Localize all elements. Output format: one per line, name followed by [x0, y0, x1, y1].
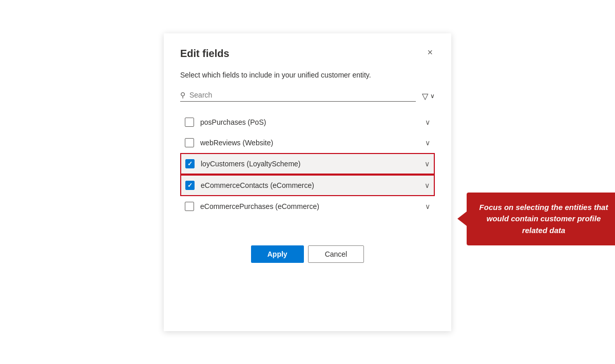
callout-arrow [457, 212, 467, 226]
search-row: ⚲ ▽ ∨ [180, 91, 435, 102]
entity-row[interactable]: webReviews (Website)∨ [180, 132, 435, 153]
search-input-wrapper: ⚲ [180, 91, 416, 102]
dialog-footer: Apply Cancel [180, 237, 435, 263]
entity-row[interactable]: eCommerceContacts (eCommerce)∨ [180, 175, 435, 196]
entity-list: posPurchases (PoS)∨webReviews (Website)∨… [180, 112, 435, 217]
expand-chevron-icon[interactable]: ∨ [425, 202, 430, 210]
entity-checkbox[interactable] [185, 138, 194, 147]
filter-button[interactable]: ▽ ∨ [422, 91, 435, 101]
callout-wrapper: Focus on selecting the entities that wou… [457, 193, 615, 246]
entity-name: loyCustomers (LoyaltyScheme) [201, 160, 420, 168]
entity-name: posPurchases (PoS) [200, 118, 421, 126]
entity-checkbox[interactable] [185, 202, 194, 211]
page-wrapper: Edit fields × Select which fields to inc… [0, 0, 615, 364]
search-input[interactable] [189, 91, 416, 99]
entity-checkbox[interactable] [185, 118, 194, 127]
dialog-description: Select which fields to include in your u… [180, 70, 375, 81]
cancel-button[interactable]: Cancel [308, 245, 364, 263]
filter-icon: ▽ [422, 91, 428, 101]
expand-chevron-icon[interactable]: ∨ [425, 139, 430, 147]
search-icon: ⚲ [180, 91, 185, 99]
entity-name: webReviews (Website) [200, 139, 421, 147]
dialog-header: Edit fields × [180, 48, 435, 60]
dialog-title: Edit fields [180, 48, 229, 60]
entity-row[interactable]: eCommercePurchases (eCommerce)∨ [180, 196, 435, 217]
entity-row[interactable]: posPurchases (PoS)∨ [180, 112, 435, 132]
entity-name: eCommerceContacts (eCommerce) [201, 181, 420, 189]
expand-chevron-icon[interactable]: ∨ [425, 160, 430, 168]
callout-bubble: Focus on selecting the entities that wou… [467, 193, 615, 246]
entity-checkbox[interactable] [185, 159, 195, 168]
entity-row[interactable]: loyCustomers (LoyaltyScheme)∨ [180, 153, 435, 175]
expand-chevron-icon[interactable]: ∨ [425, 118, 430, 126]
entity-checkbox[interactable] [185, 181, 195, 190]
close-button[interactable]: × [425, 48, 435, 57]
edit-fields-dialog: Edit fields × Select which fields to inc… [164, 33, 451, 331]
apply-button[interactable]: Apply [251, 245, 304, 263]
filter-chevron-icon: ∨ [430, 92, 435, 100]
expand-chevron-icon[interactable]: ∨ [425, 181, 430, 189]
entity-name: eCommercePurchases (eCommerce) [200, 202, 421, 210]
